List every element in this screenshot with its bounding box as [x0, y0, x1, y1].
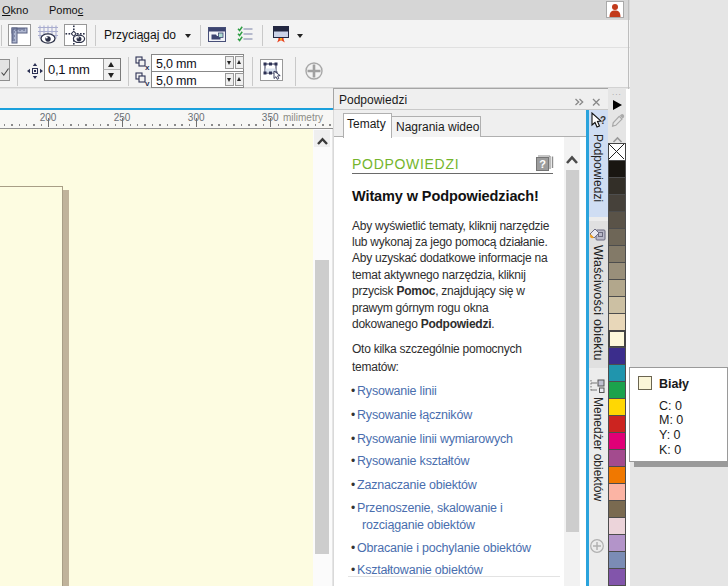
svg-text:?: ? [600, 115, 606, 126]
svg-text:x: x [145, 63, 150, 71]
svg-text:y: y [145, 79, 150, 87]
svg-text:?: ? [539, 158, 546, 170]
